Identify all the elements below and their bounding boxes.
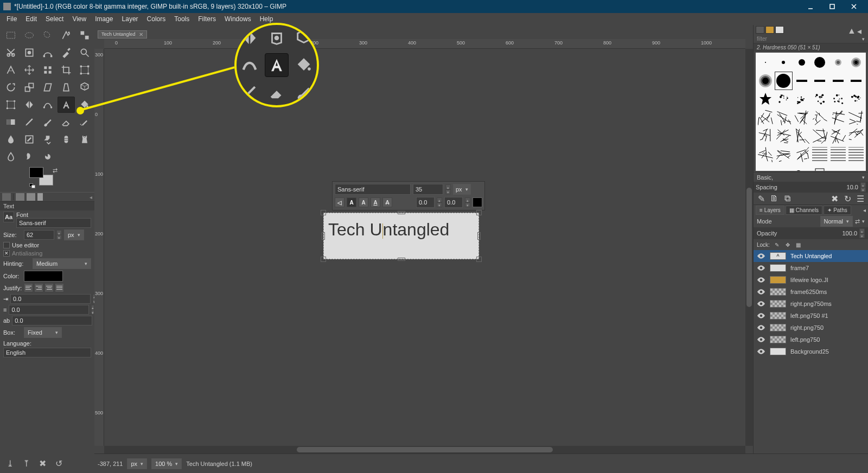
menu-filters[interactable]: Filters xyxy=(194,14,220,24)
brush-item[interactable] xyxy=(775,164,793,171)
save-tool-preset-icon[interactable]: ⤓ xyxy=(4,458,15,469)
float-size-input[interactable] xyxy=(413,184,443,195)
brush-item[interactable] xyxy=(793,127,810,145)
brush-item[interactable] xyxy=(829,146,847,163)
layer-visibility-icon[interactable] xyxy=(757,277,765,283)
brush-item[interactable] xyxy=(775,72,793,90)
clone-tool[interactable] xyxy=(39,131,56,148)
brush-item[interactable] xyxy=(812,91,829,108)
opacity-spinner[interactable]: ▴▾ xyxy=(859,228,865,238)
layer-row[interactable]: left.png750 #1 xyxy=(754,310,868,322)
layer-list[interactable]: ATech Untangledframe7lifewire logo.JIfra… xyxy=(754,250,868,453)
layer-visibility-icon[interactable] xyxy=(757,301,765,306)
brush-item[interactable] xyxy=(793,91,810,108)
dodge-burn-tool[interactable] xyxy=(39,149,56,165)
brush-item[interactable] xyxy=(848,91,865,108)
brush-item[interactable] xyxy=(793,164,810,171)
menu-layer[interactable]: Layer xyxy=(118,14,143,24)
fuzzy-select-tool[interactable] xyxy=(58,27,75,43)
swap-colors-icon[interactable]: ⇄ xyxy=(53,167,58,174)
perspective-clone-tool[interactable] xyxy=(76,131,93,148)
scrollbar-horizontal[interactable] xyxy=(104,446,745,453)
brush-spacing-spinner[interactable]: ▴▾ xyxy=(860,182,866,192)
canvas-text-content[interactable]: Tech Untangled xyxy=(324,218,478,242)
indent-first-input[interactable] xyxy=(10,294,91,304)
channels-tab[interactable]: ▦Channels xyxy=(786,206,822,215)
brush-item[interactable] xyxy=(829,72,847,90)
brush-open-icon[interactable]: ☰ xyxy=(856,195,865,202)
dock-tab-3-icon[interactable] xyxy=(27,193,35,201)
by-color-select-tool[interactable] xyxy=(76,27,93,43)
flip-tool[interactable] xyxy=(21,97,38,113)
unified-transform-tool[interactable] xyxy=(76,62,93,78)
measure-tool[interactable] xyxy=(2,62,20,78)
box-select[interactable]: Fixed▾ xyxy=(24,327,62,338)
dock-tab-4-icon[interactable] xyxy=(37,193,43,201)
layer-row[interactable]: left.png750 xyxy=(754,334,868,346)
pencil-tool[interactable] xyxy=(21,114,38,130)
eraser-tool[interactable] xyxy=(58,114,75,130)
brush-item[interactable] xyxy=(812,146,829,163)
brush-item[interactable] xyxy=(775,146,793,163)
layer-visibility-icon[interactable] xyxy=(757,325,765,330)
brush-delete-icon[interactable]: ✖ xyxy=(830,195,839,202)
paths-tool[interactable] xyxy=(39,44,56,61)
menu-edit[interactable]: Edit xyxy=(21,14,41,24)
brush-grid[interactable] xyxy=(756,53,866,171)
maximize-button[interactable] xyxy=(821,0,843,13)
brush-item[interactable] xyxy=(793,146,810,163)
float-baseline-input[interactable] xyxy=(444,197,463,208)
fonts-tab[interactable] xyxy=(775,26,784,34)
float-kerning-input[interactable] xyxy=(416,197,435,208)
align-tool[interactable] xyxy=(39,62,56,78)
dock-menu-icon[interactable]: ◂ xyxy=(90,194,92,200)
float-underline-button[interactable]: A xyxy=(371,197,380,207)
menu-tools[interactable]: Tools xyxy=(170,14,194,24)
layer-row[interactable]: frame7 xyxy=(754,262,868,274)
brush-item[interactable] xyxy=(757,146,774,163)
scale-tool[interactable] xyxy=(21,79,38,95)
line-spacing-input[interactable] xyxy=(9,305,89,315)
patterns-tab[interactable] xyxy=(765,26,774,34)
handle-br[interactable] xyxy=(476,257,482,262)
airbrush-tool[interactable] xyxy=(76,114,93,130)
font-picker-button[interactable]: Aa xyxy=(3,212,14,222)
layer-visibility-icon[interactable] xyxy=(757,313,765,318)
float-kern2-spinner[interactable]: ▴▾ xyxy=(465,197,470,207)
brush-item[interactable] xyxy=(812,127,829,145)
dock-tab-icon[interactable] xyxy=(2,193,11,201)
handle-r[interactable] xyxy=(477,232,481,240)
reset-tool-options-icon[interactable]: ↺ xyxy=(53,458,64,469)
justify-fill-button[interactable] xyxy=(55,283,64,292)
restore-tool-preset-icon[interactable]: ⤒ xyxy=(21,458,31,469)
dock-tab-2-icon[interactable] xyxy=(16,193,24,201)
layers-tab[interactable]: ≡Layers xyxy=(756,206,784,215)
brush-item[interactable] xyxy=(848,127,865,145)
menu-image[interactable]: Image xyxy=(91,14,117,24)
mode-switch-icon[interactable]: ⇄ xyxy=(855,218,860,225)
gradient-tool[interactable] xyxy=(2,114,20,130)
menu-select[interactable]: Select xyxy=(41,14,68,24)
brush-item[interactable] xyxy=(848,146,865,163)
move-tool[interactable] xyxy=(21,62,38,78)
layer-row[interactable]: right.png750 xyxy=(754,322,868,334)
text-floating-toolbar[interactable]: ▴▾ px▾ ◁ A A A A ▴▾ ▴▾ xyxy=(332,181,485,210)
brushes-tab[interactable] xyxy=(756,26,764,34)
brush-preset-row[interactable]: Basic, ▾ xyxy=(754,172,868,182)
canvas[interactable]: ▴▾ px▾ ◁ A A A A ▴▾ ▴▾ Tech Untangled xyxy=(104,49,745,446)
brush-item[interactable] xyxy=(757,54,774,71)
brush-item[interactable] xyxy=(812,72,829,90)
brush-item[interactable] xyxy=(793,109,810,126)
justify-center-button[interactable] xyxy=(44,283,54,292)
ellipse-select-tool[interactable] xyxy=(21,27,38,43)
menu-view[interactable]: View xyxy=(68,14,91,24)
color-picker-tool[interactable] xyxy=(58,44,75,61)
delete-tool-preset-icon[interactable]: ✖ xyxy=(37,458,48,469)
text-bounding-box[interactable]: Tech Untangled xyxy=(323,213,479,259)
layer-visibility-icon[interactable] xyxy=(757,253,765,259)
float-unit-select[interactable]: px▾ xyxy=(453,184,471,195)
shear-tool[interactable] xyxy=(39,79,56,95)
tab-close-icon[interactable]: ✕ xyxy=(139,31,143,37)
layer-row[interactable]: lifewire logo.JI xyxy=(754,274,868,286)
brush-new-icon[interactable]: 🗎 xyxy=(770,195,778,202)
